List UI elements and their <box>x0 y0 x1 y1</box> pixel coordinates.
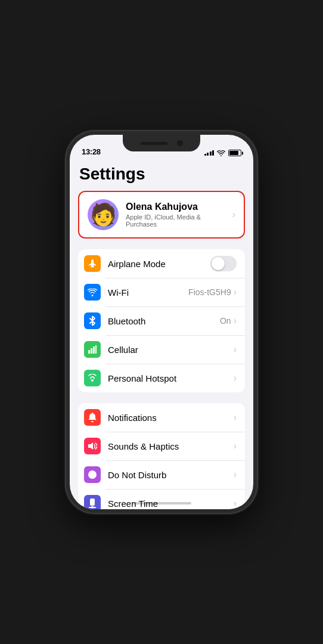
screen-content[interactable]: Settings 🧑 Olena Kahujova Apple ID, iClo… <box>70 160 253 509</box>
notifications-label: Notifications <box>108 413 234 423</box>
connectivity-group: Airplane Mode Wi-Fi <box>78 249 245 392</box>
bluetooth-icon <box>84 312 101 329</box>
battery-icon <box>228 150 241 156</box>
signal-bar-4 <box>212 150 214 156</box>
airplane-mode-row[interactable]: Airplane Mode <box>78 249 245 278</box>
wifi-status-icon <box>217 150 225 156</box>
profile-info: Olena Kahujova Apple ID, iCloud, Media &… <box>126 202 232 228</box>
wifi-chevron-icon: › <box>234 287 237 298</box>
dnd-label: Do Not Disturb <box>108 470 234 480</box>
sounds-label: Sounds & Haptics <box>108 441 234 451</box>
svg-rect-5 <box>90 499 95 506</box>
notifications-icon <box>84 409 101 426</box>
profile-name: Olena Kahujova <box>126 202 232 212</box>
svg-point-4 <box>91 379 94 382</box>
wifi-label: Wi-Fi <box>108 287 188 298</box>
notifications-chevron-icon: › <box>234 412 237 423</box>
airplane-mode-label: Airplane Mode <box>108 259 210 269</box>
svg-rect-0 <box>88 350 90 354</box>
bluetooth-label: Bluetooth <box>108 316 220 326</box>
camera <box>177 140 183 146</box>
sounds-icon <box>84 438 101 454</box>
sounds-chevron-icon: › <box>234 441 237 451</box>
hotspot-row[interactable]: Personal Hotspot › <box>78 364 245 392</box>
profile-chevron-icon: › <box>232 209 235 220</box>
svg-rect-7 <box>89 507 96 508</box>
bluetooth-row[interactable]: Bluetooth On › <box>78 306 245 335</box>
wifi-row[interactable]: Wi-Fi Fios-tG5H9 › <box>78 278 245 306</box>
signal-bar-1 <box>204 154 206 156</box>
cellular-icon <box>84 341 101 358</box>
phone-device: 13:28 <box>66 131 257 513</box>
hotspot-chevron-icon: › <box>234 373 237 383</box>
battery-fill <box>229 151 238 155</box>
screentime-icon <box>84 495 101 509</box>
speaker <box>141 142 167 145</box>
phone-screen: 13:28 <box>70 135 253 509</box>
airplane-mode-icon <box>84 255 101 272</box>
dnd-chevron-icon: › <box>234 469 237 480</box>
airplane-mode-toggle[interactable] <box>210 256 237 271</box>
cellular-label: Cellular <box>108 345 234 355</box>
signal-bar-3 <box>210 151 212 156</box>
notifications-group: Notifications › Sounds & Haptics › <box>78 403 245 509</box>
toggle-thumb <box>212 257 225 270</box>
svg-rect-1 <box>91 348 92 354</box>
profile-row[interactable]: 🧑 Olena Kahujova Apple ID, iCloud, Media… <box>78 191 245 239</box>
wifi-icon <box>84 284 101 301</box>
status-icons <box>204 150 242 156</box>
sounds-row[interactable]: Sounds & Haptics › <box>78 432 245 460</box>
profile-subtitle: Apple ID, iCloud, Media & Purchases <box>126 213 232 228</box>
page-title: Settings <box>70 160 253 191</box>
svg-rect-2 <box>93 346 95 354</box>
screentime-row[interactable]: Screen Time › <box>78 489 245 509</box>
svg-rect-3 <box>95 345 97 354</box>
wifi-value: Fios-tG5H9 <box>188 287 231 297</box>
bluetooth-value: On <box>220 316 231 326</box>
notch <box>123 135 200 151</box>
cellular-row[interactable]: Cellular › <box>78 335 245 364</box>
avatar: 🧑 <box>88 199 119 230</box>
signal-bars-icon <box>204 150 215 156</box>
screentime-chevron-icon: › <box>234 498 237 509</box>
hotspot-label: Personal Hotspot <box>108 373 234 383</box>
dnd-row[interactable]: Do Not Disturb › <box>78 460 245 489</box>
notifications-row[interactable]: Notifications › <box>78 403 245 432</box>
status-time: 13:28 <box>82 147 101 156</box>
home-indicator <box>132 502 191 504</box>
cellular-chevron-icon: › <box>234 344 237 355</box>
hotspot-icon <box>84 370 101 386</box>
signal-bar-2 <box>207 153 209 156</box>
dnd-icon <box>84 466 101 483</box>
bluetooth-chevron-icon: › <box>234 315 237 326</box>
